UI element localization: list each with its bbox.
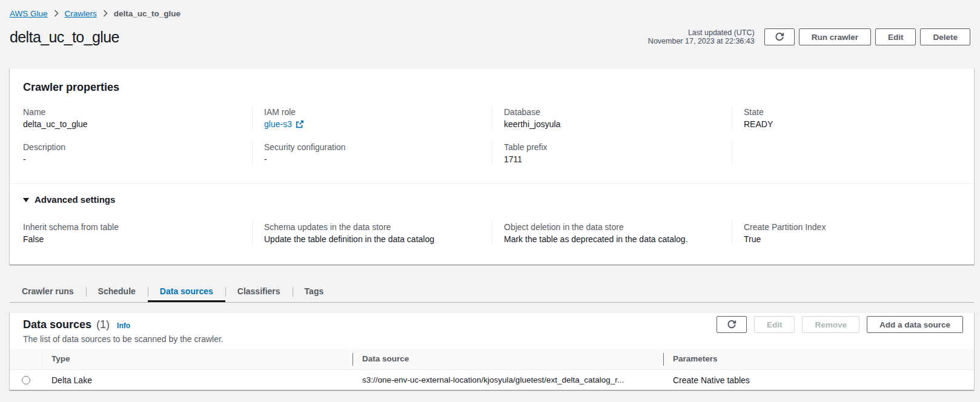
field-name-value: delta_uc_to_glue <box>23 118 252 130</box>
page: AWS Glue Crawlers delta_uc_to_glue delta… <box>0 0 980 390</box>
data-sources-card: Data sources (1) Info The list of data s… <box>10 312 974 390</box>
crawler-properties-card: Crawler properties Name delta_uc_to_glue… <box>10 68 974 265</box>
field-state-label: State <box>744 106 961 118</box>
tab-classifiers[interactable]: Classifiers <box>225 282 293 302</box>
field-object-deletion-label: Object deletion in the data store <box>504 221 732 233</box>
field-table-prefix-label: Table prefix <box>504 141 732 153</box>
data-sources-refresh-button[interactable] <box>717 316 747 333</box>
data-sources-remove-button[interactable]: Remove <box>802 316 859 333</box>
field-name-label: Name <box>23 106 252 118</box>
refresh-icon <box>727 320 737 329</box>
last-updated-label: Last updated (UTC) <box>648 28 755 37</box>
field-inherit-schema: Inherit schema from table False <box>23 221 252 245</box>
field-iam-role-label: IAM role <box>264 106 492 118</box>
breadcrumb-chevron-icon <box>54 10 59 17</box>
field-partition-index-value: True <box>744 233 961 245</box>
column-label-data-source: Data source <box>362 354 409 363</box>
field-inherit-schema-value: False <box>23 233 252 245</box>
properties-row-3: Inherit schema from table False Schema u… <box>23 221 961 245</box>
field-partition-index: Create Partition Index True <box>732 221 961 245</box>
field-object-deletion: Object deletion in the data store Mark t… <box>492 221 732 245</box>
last-updated: Last updated (UTC) November 17, 2023 at … <box>648 28 755 45</box>
column-label-type: Type <box>51 354 70 363</box>
table-header-type: Type <box>42 348 353 369</box>
tab-crawler-runs[interactable]: Crawler runs <box>10 282 86 302</box>
external-link-icon <box>296 120 304 128</box>
refresh-button[interactable] <box>764 28 795 45</box>
field-table-prefix-value: 1711 <box>504 153 732 165</box>
table-header-data-source: Data source <box>353 348 663 369</box>
field-security-configuration-value: - <box>264 153 492 165</box>
field-database-value: keerthi_josyula <box>504 118 732 130</box>
tab-tags[interactable]: Tags <box>293 282 336 302</box>
crawler-properties-title: Crawler properties <box>23 81 961 94</box>
field-description-label: Description <box>23 141 252 153</box>
field-empty <box>732 141 961 165</box>
data-sources-description: The list of data sources to be scanned b… <box>23 334 961 344</box>
delete-button[interactable]: Delete <box>920 28 970 45</box>
field-partition-index-label: Create Partition Index <box>744 221 961 233</box>
row-type-cell: Delta Lake <box>42 375 353 385</box>
data-sources-edit-button[interactable]: Edit <box>754 316 795 333</box>
properties-row-1: Name delta_uc_to_glue IAM role glue-s3 D… <box>23 106 961 130</box>
field-description-value: - <box>23 153 252 165</box>
header-actions: Last updated (UTC) November 17, 2023 at … <box>648 28 970 45</box>
field-inherit-schema-label: Inherit schema from table <box>23 221 252 233</box>
tab-schedule[interactable]: Schedule <box>86 282 148 302</box>
page-title: delta_uc_to_glue <box>10 28 119 46</box>
table-header-parameters: Parameters <box>663 348 974 369</box>
advanced-settings-toggle[interactable]: Advanced settings <box>23 194 961 206</box>
field-table-prefix: Table prefix 1711 <box>492 141 732 165</box>
info-link[interactable]: Info <box>117 321 130 330</box>
table-header: Type Data source Parameters <box>10 348 974 370</box>
edit-button[interactable]: Edit <box>875 28 916 45</box>
field-schema-updates-value: Update the table definition in the data … <box>264 233 492 245</box>
field-schema-updates: Schema updates in the data store Update … <box>252 221 492 245</box>
field-database: Database keerthi_josyula <box>492 106 732 130</box>
field-security-configuration-label: Security configuration <box>264 141 492 153</box>
field-description: Description - <box>23 141 252 165</box>
field-schema-updates-label: Schema updates in the data store <box>264 221 492 233</box>
data-sources-count: (1) <box>96 318 110 331</box>
row-selection-cell <box>10 370 42 390</box>
caret-down-icon <box>23 198 29 202</box>
field-name: Name delta_uc_to_glue <box>23 106 252 130</box>
row-parameters-cell: Create Native tables <box>663 375 974 385</box>
data-sources-title: Data sources <box>23 318 91 331</box>
run-crawler-button[interactable]: Run crawler <box>799 28 871 45</box>
table-row[interactable]: Delta Lake s3://one-env-uc-external-loca… <box>10 370 974 390</box>
iam-role-link[interactable]: glue-s3 <box>264 118 292 130</box>
table-header-selection <box>10 348 42 369</box>
add-data-source-button[interactable]: Add a data source <box>867 316 963 333</box>
advanced-settings-title: Advanced settings <box>35 194 115 206</box>
refresh-icon <box>775 32 784 42</box>
breadcrumb: AWS Glue Crawlers delta_uc_to_glue <box>10 8 974 19</box>
tab-data-sources[interactable]: Data sources <box>148 282 225 302</box>
row-radio[interactable] <box>22 376 30 384</box>
properties-row-2: Description - Security configuration - T… <box>23 141 961 165</box>
row-data-source-cell: s3://one-env-uc-external-location/kjosyu… <box>353 375 663 384</box>
column-label-parameters: Parameters <box>673 354 718 363</box>
breadcrumb-current: delta_uc_to_glue <box>114 9 180 18</box>
field-iam-role: IAM role glue-s3 <box>252 106 492 130</box>
advanced-settings-divider <box>10 183 974 184</box>
last-updated-value: November 17, 2023 at 22:36:43 <box>648 37 755 45</box>
field-security-configuration: Security configuration - <box>252 141 492 165</box>
page-header: delta_uc_to_glue Last updated (UTC) Nove… <box>10 28 974 46</box>
breadcrumb-aws-glue[interactable]: AWS Glue <box>10 9 48 18</box>
breadcrumb-chevron-icon <box>103 10 108 17</box>
field-state-value: READY <box>744 118 961 130</box>
field-state: State READY <box>732 106 961 130</box>
field-database-label: Database <box>504 106 732 118</box>
breadcrumb-crawlers[interactable]: Crawlers <box>65 9 97 18</box>
tabs: Crawler runs Schedule Data sources Class… <box>10 282 974 303</box>
data-sources-actions: Edit Remove Add a data source <box>717 316 963 333</box>
field-object-deletion-value: Mark the table as deprecated in the data… <box>504 233 732 245</box>
